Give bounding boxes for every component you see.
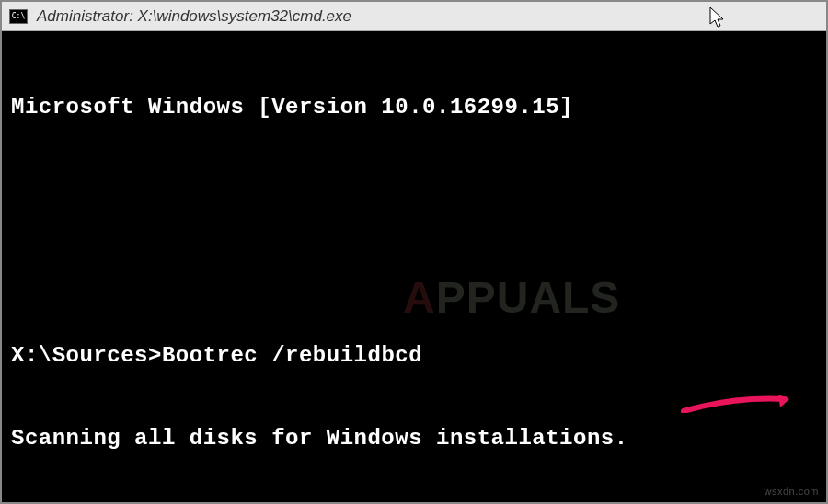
output-line: Scanning all disks for Windows installat… xyxy=(11,425,817,452)
command-line: X:\Sources>Bootrec /rebuildbcd xyxy=(11,342,817,370)
prompt-path: X:\Sources> xyxy=(11,343,162,368)
cmd-icon: C:\ xyxy=(9,9,28,24)
version-line: Microsoft Windows [Version 10.0.16299.15… xyxy=(11,94,817,121)
blank xyxy=(11,259,817,287)
annotation-arrow-icon xyxy=(679,395,789,413)
cmd-window: C:\ Administrator: X:\windows\system32\c… xyxy=(0,0,828,504)
titlebar[interactable]: C:\ Administrator: X:\windows\system32\c… xyxy=(2,2,826,31)
terminal-output[interactable]: Microsoft Windows [Version 10.0.16299.15… xyxy=(2,31,826,502)
site-watermark: wsxdn.com xyxy=(764,486,819,498)
blank xyxy=(11,177,817,204)
command-text: Bootrec /rebuildbcd xyxy=(162,343,422,368)
window-title: Administrator: X:\windows\system32\cmd.e… xyxy=(37,7,351,26)
